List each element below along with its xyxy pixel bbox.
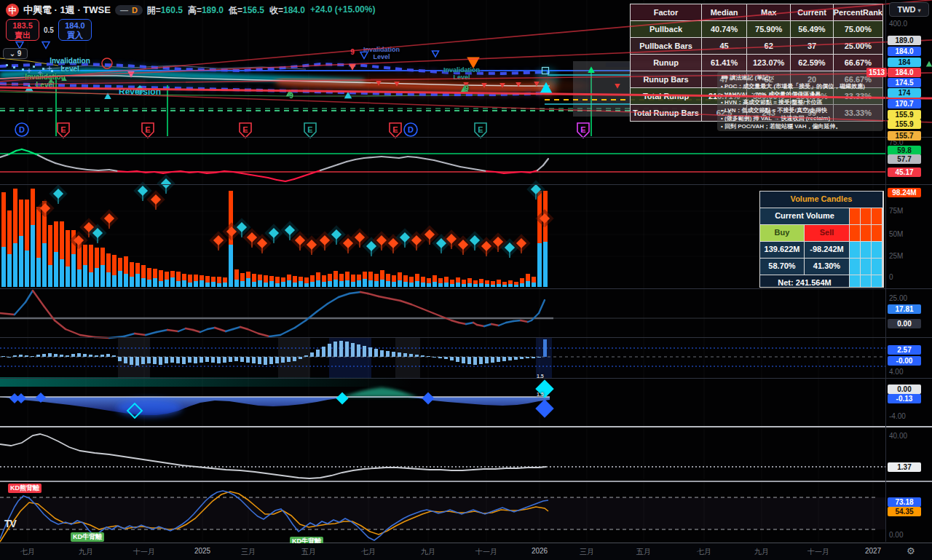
factor-table-header: Max — [747, 4, 791, 21]
factor-table-cell: 37 — [791, 38, 833, 55]
current-volume-label: Current Volume — [760, 208, 850, 224]
buy-percent: 58.70% — [760, 259, 805, 275]
sell-volume-value: -98.242M — [805, 242, 850, 258]
volume-table-title: Volume Candles — [760, 192, 883, 208]
chart-legend: 中 中興電 · 1週 · TWSE — D 開=160.5 高=189.0 低=… — [6, 4, 375, 17]
note-line: • 回到 POC/VAH；若能站穩 VAH，偏向延伸。 — [721, 122, 880, 130]
svg-text:D: D — [408, 125, 414, 134]
time-axis-label: 七月 — [361, 547, 376, 557]
bar-countdown-label: 1513 — [866, 68, 887, 77]
axis-tick: 75M — [889, 207, 903, 215]
buy-button[interactable]: 184.0買入 — [58, 19, 92, 41]
note-line: • VAH/VAL：70% 成交量的價值區邊界 — [721, 90, 880, 98]
factor-table-cell: 45 — [702, 38, 747, 55]
axis-value-label: 184 — [888, 58, 921, 67]
settings-gear-icon[interactable]: ⚙ — [907, 545, 915, 556]
note-title: 📖 讀法速記 (筆記)： — [721, 74, 880, 82]
axis-tick: 400.0 — [889, 20, 907, 28]
time-axis-label: 九月 — [754, 547, 769, 557]
time-axis-label: 五月 — [636, 547, 651, 557]
svg-text:E: E — [392, 125, 398, 134]
time-axis-label: 三月 — [580, 547, 594, 557]
volume-table-cell — [850, 242, 883, 258]
symbol-title[interactable]: 中興電 · 1週 · TWSE — [23, 4, 111, 17]
eye-minus-icon[interactable]: — — [120, 6, 128, 15]
axis-value-label: -0.00 — [888, 356, 921, 366]
axis-value-label: 174.5 — [888, 78, 921, 87]
time-axis-label: 九月 — [421, 547, 435, 557]
axis-value-label: 170.7 — [888, 99, 921, 109]
axis-value-label: 54.35 — [888, 507, 921, 516]
axis-value-label: 45.17 — [888, 167, 921, 177]
time-axis[interactable]: 七月九月十一月2025三月五月七月九月十一月2026三月五月七月九月十一月202… — [0, 543, 932, 560]
axis-value-label: 184.0 — [888, 47, 921, 56]
interval-badge-pill[interactable]: — D — [115, 5, 143, 15]
sell-percent: 41.30% — [805, 259, 850, 275]
pane-separator[interactable] — [0, 137, 932, 138]
volume-table-cell — [850, 259, 883, 275]
svg-text:D: D — [19, 125, 25, 134]
axis-value-label: 57.7 — [888, 154, 921, 164]
time-axis-label: 九月 — [79, 547, 93, 557]
daily-badge[interactable]: D — [132, 6, 138, 15]
pane-separator[interactable] — [0, 337, 932, 338]
factor-table-cell: 62 — [747, 38, 791, 55]
pane-separator[interactable] — [0, 288, 932, 289]
volume-table-cell — [850, 275, 883, 288]
currency-selector[interactable]: TWD ▾ — [889, 2, 929, 17]
axis-tick: 25.00 — [889, 294, 907, 302]
volume-table-cell — [850, 225, 883, 241]
pane-separator[interactable] — [0, 184, 932, 185]
axis-value-label: 73.18 — [888, 497, 921, 507]
volume-table-cell — [850, 208, 883, 224]
note-lines: • POC：成交量最大 (市場最「接受」的價位，磁鐵效應)• VAH/VAL：7… — [721, 82, 880, 130]
time-axis-label: 十一月 — [807, 547, 829, 557]
factor-table-cell: 25.00% — [833, 38, 882, 55]
axis-value-label: 98.24M — [888, 188, 921, 197]
factor-table-header: Factor — [631, 4, 702, 21]
time-axis-label: 七月 — [697, 547, 711, 557]
tradingview-logo[interactable]: TV — [4, 518, 16, 529]
axis-tick: 40.00 — [889, 432, 907, 440]
ohlc-values: 開=160.5 高=189.0 低=156.5 收=184.0 +24.0 (+… — [147, 4, 376, 17]
sell-button[interactable]: 183.5賣出 — [6, 19, 39, 41]
tradingview-chart-window: InvalidationLevelInvalidationLevelRevers… — [0, 0, 932, 560]
note-line: • POC：成交量最大 (市場最「接受」的價位，磁鐵效應) — [721, 82, 880, 90]
svg-text:E: E — [242, 125, 248, 134]
pane-separator[interactable] — [0, 378, 932, 379]
volume-candles-table: Volume CandlesCurrent VolumeBuySell139.6… — [759, 191, 884, 288]
pane-separator[interactable] — [0, 481, 932, 482]
axis-value-label: 2.57 — [888, 345, 921, 355]
axis-value-label: 0.00 — [888, 319, 921, 328]
axis-tick: 0 — [889, 273, 893, 281]
svg-text:E: E — [307, 125, 312, 134]
chevron-down-icon: ▾ — [918, 7, 921, 14]
axis-value-label: 17.81 — [888, 304, 921, 314]
buy-label: Buy — [760, 225, 805, 241]
svg-text:E: E — [60, 125, 66, 134]
net-volume: Net: 241.564M — [760, 275, 850, 288]
axis-value-label: 174 — [888, 88, 921, 98]
factor-table-cell: Runup — [631, 55, 702, 71]
factor-table-cell: 75.90% — [747, 21, 791, 38]
axis-tick: 0.00 — [889, 531, 903, 539]
axis-value-label: 0.00 — [888, 384, 921, 394]
axis-value-label: 155.9 — [888, 119, 921, 129]
time-axis-label: 2027 — [865, 547, 881, 555]
axis-tick: -4.00 — [889, 412, 906, 420]
pane-separator[interactable] — [0, 426, 932, 427]
time-axis-label: 2026 — [532, 547, 548, 555]
factor-table-header: Median — [702, 4, 747, 21]
bars-count-dropdown[interactable]: ⌄ 9 — [3, 48, 28, 59]
note-line: • (做多範例) 掃 VAL → 快速收回 (reclaim) — [721, 114, 880, 122]
svg-text:E: E — [478, 125, 483, 134]
factor-table-cell: 123.07% — [747, 55, 791, 71]
time-axis-label: 十一月 — [475, 547, 497, 557]
factor-table-cell: Total Runup Bars — [631, 105, 702, 122]
axis-tick: 50M — [889, 230, 903, 238]
axis-value-label: 1.37 — [888, 462, 921, 472]
reading-notes-overlay: 📖 讀法速記 (筆記)： • POC：成交量最大 (市場最「接受」的價位，磁鐵效… — [717, 71, 883, 131]
time-axis-label: 七月 — [20, 547, 35, 557]
factor-table-cell: 62.59% — [791, 55, 833, 71]
axis-value-label: -0.13 — [888, 394, 921, 403]
